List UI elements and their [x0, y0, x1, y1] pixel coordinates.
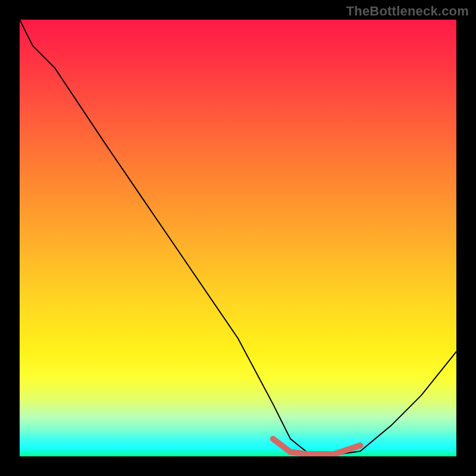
watermark-text: TheBottleneck.com: [346, 4, 469, 19]
highlight-line: [273, 439, 361, 455]
chart-container: TheBottleneck.com: [0, 0, 476, 476]
plot-area: [20, 20, 456, 456]
optimal-highlight: [20, 20, 456, 456]
